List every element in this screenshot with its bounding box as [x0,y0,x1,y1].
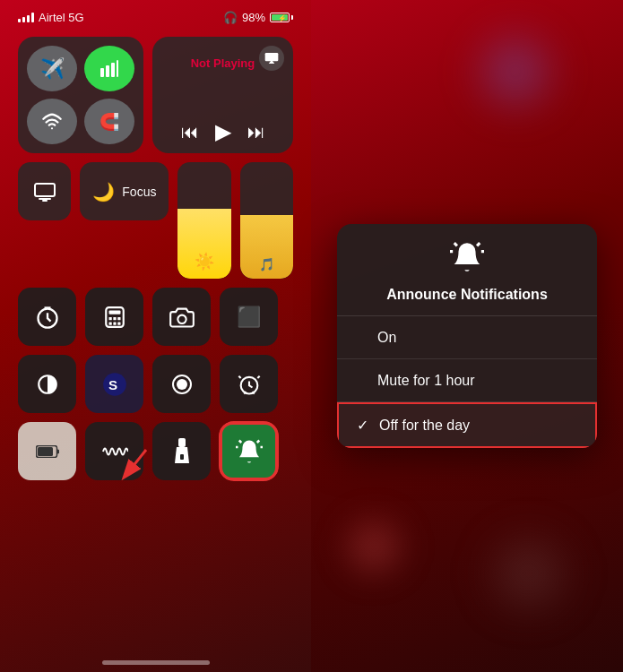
media-controls: ⏮ ▶ ⏭ [181,119,265,144]
focus-button[interactable]: 🌙 Focus [80,162,169,220]
timer-button[interactable] [18,288,76,346]
svg-point-22 [177,379,187,390]
screen-mirror-button[interactable] [18,162,71,220]
battery-icon: ⚡ [270,13,293,22]
popup-title: Announce Notifications [386,287,548,303]
bolt-icon: ⚡ [278,13,287,22]
grid-row-1: ⬛ [18,288,293,346]
announce-notifications-button[interactable] [220,422,278,480]
play-button[interactable]: ▶ [215,119,231,144]
flashlight-button[interactable] [152,422,211,480]
headphone-icon: 🎧 [223,11,238,24]
airplane-mode-button[interactable]: ✈️ [27,46,77,91]
popup-mute-label: Mute for 1 hour [377,373,579,389]
svg-rect-14 [117,317,120,320]
calculator-icon [103,306,126,329]
cellular-icon [100,59,119,79]
popup-item-on[interactable]: ✓ On [337,316,597,359]
cellular-button[interactable] [84,46,134,91]
wifi-button[interactable] [27,99,77,144]
connectivity-block: ✈️ 🧲 [18,37,143,153]
status-right: 🎧 98% ⚡ [223,11,293,24]
cc-container: ✈️ 🧲 [0,30,311,496]
brightness-icon: ☀️ [195,252,214,271]
bg-decoration-1 [462,27,569,116]
svg-point-4 [51,127,53,129]
left-panel: Airtel 5G 🎧 98% ⚡ ✈️ [0,0,311,672]
dark-mode-button[interactable] [18,355,76,413]
second-row: 🌙 Focus ☀️ 🎵 [18,162,293,279]
media-not-playing-label: Not Playing [191,56,255,70]
popup-item-off-for-day[interactable]: ✓ Off for the day [337,402,597,448]
svg-text:S: S [108,376,117,392]
popup-off-label: Off for the day [379,418,577,434]
battery-percent: 98% [242,11,265,24]
brightness-slider[interactable]: ☀️ [177,162,230,279]
prev-button[interactable]: ⏮ [181,122,199,142]
home-indicator [102,660,210,665]
signal-bars [18,13,34,22]
battery-widget-button[interactable] [18,422,76,480]
battery-widget-icon [36,445,59,458]
svg-rect-3 [117,60,118,77]
voice-memo-icon [101,440,128,463]
grid-row-2: S [18,355,293,413]
camera-button[interactable] [152,288,211,346]
dark-mode-icon [36,373,59,396]
popup-item-mute[interactable]: ✓ Mute for 1 hour [337,359,597,402]
battery-tip [291,15,293,20]
signal-bar-4 [31,13,34,22]
svg-rect-15 [108,322,111,324]
svg-line-27 [128,450,146,472]
red-outline-indicator [219,421,279,481]
signal-bar-3 [27,15,30,22]
popup-header: Announce Notifications [337,224,597,316]
volume-slider[interactable]: 🎵 [240,162,293,279]
svg-rect-13 [113,317,116,320]
svg-rect-7 [39,198,51,200]
next-button[interactable]: ⏭ [247,122,265,142]
shazam-button[interactable]: S [85,355,143,413]
qr-scanner-button[interactable]: ⬛ [220,288,278,346]
focus-icon: 🌙 [92,181,115,202]
bg-decoration-3 [471,529,587,618]
popup-bell-svg [450,240,484,274]
signal-bar-1 [18,19,21,22]
voice-memo-button[interactable] [85,422,143,480]
shazam-icon: S [102,372,127,397]
battery-body: ⚡ [270,13,290,22]
svg-rect-16 [113,322,116,324]
screen-record-icon [171,374,193,395]
status-bar: Airtel 5G 🎧 98% ⚡ [0,0,311,30]
grid-row-3 [18,422,293,480]
svg-rect-17 [117,322,120,324]
airplay-icon [264,51,279,65]
svg-rect-11 [108,310,120,314]
media-block: Not Playing ⏮ ▶ ⏭ [152,37,293,153]
svg-rect-8 [42,200,48,202]
camera-icon [169,306,195,328]
status-left: Airtel 5G [18,11,84,24]
popup-bell-icon [450,240,484,281]
flashlight-icon [174,438,190,465]
svg-line-36 [454,243,457,246]
announce-notifications-popup: Announce Notifications ✓ On ✓ Mute for 1… [337,224,597,448]
bluetooth-button[interactable]: 🧲 [84,99,134,144]
top-row: ✈️ 🧲 [18,37,293,153]
alarm-button[interactable] [220,355,278,413]
signal-bar-2 [22,17,25,22]
timer-icon [35,305,60,330]
off-checkmark: ✓ [357,417,368,434]
carrier-label: Airtel 5G [39,11,84,24]
svg-rect-12 [108,317,111,320]
calculator-button[interactable] [85,288,143,346]
svg-line-35 [477,243,480,246]
svg-rect-6 [35,184,55,196]
bg-decoration-2 [329,511,419,582]
screen-record-button[interactable] [152,355,211,413]
alarm-icon [237,372,262,397]
svg-rect-2 [111,63,115,77]
svg-rect-30 [180,454,184,460]
volume-icon: 🎵 [259,257,274,271]
airplay-button[interactable] [259,46,284,71]
